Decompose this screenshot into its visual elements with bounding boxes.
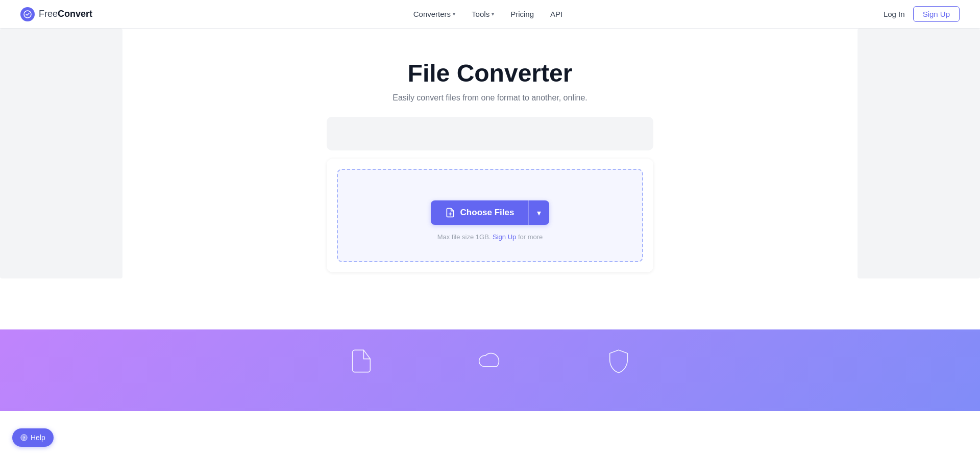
navbar: FreeConvert Converters ▾ Tools ▾ Pricing… [0,0,980,29]
page-subtitle: Easily convert files from one format to … [393,93,587,103]
nav-api[interactable]: API [550,10,562,18]
tools-chevron-icon: ▾ [492,11,494,17]
logo[interactable]: FreeConvert [20,7,92,21]
footer-band [0,329,980,411]
nav-tools[interactable]: Tools ▾ [472,10,494,18]
cloud-icon [477,348,503,374]
footer-cloud-icon-wrap [477,348,503,374]
max-size-text: Max file size 1GB. Sign Up for more [437,233,543,241]
left-ad [0,29,122,278]
page-content: File Converter Easily convert files from… [0,29,980,329]
nav-actions: Log In Sign Up [884,6,960,22]
file-upload-icon [445,208,455,218]
chevron-down-icon: ▾ [537,208,541,218]
choose-files-button[interactable]: Choose Files [431,200,529,225]
upload-card: Choose Files ▾ Max file size 1GB. Sign U… [327,159,653,272]
login-button[interactable]: Log In [884,10,905,18]
page-title: File Converter [408,59,573,87]
footer-shield-icon-wrap [605,348,632,374]
choose-files-dropdown-button[interactable]: ▾ [528,200,549,225]
nav-links: Converters ▾ Tools ▾ Pricing API [413,10,562,18]
converters-chevron-icon: ▾ [453,11,455,17]
signup-link[interactable]: Sign Up [493,233,516,241]
right-ad [857,29,980,278]
choose-files-button-wrap: Choose Files ▾ [431,200,550,225]
nav-pricing[interactable]: Pricing [510,10,534,18]
format-selector-bar[interactable] [327,117,653,150]
footer-file-icon-wrap [348,348,375,374]
logo-text: FreeConvert [39,9,92,19]
main-center: File Converter Easily convert files from… [327,59,653,272]
dropzone[interactable]: Choose Files ▾ Max file size 1GB. Sign U… [337,169,643,262]
shield-icon [605,348,632,374]
logo-icon [20,7,35,21]
signup-button[interactable]: Sign Up [913,6,960,22]
nav-converters[interactable]: Converters ▾ [413,10,455,18]
file-icon [348,348,375,374]
